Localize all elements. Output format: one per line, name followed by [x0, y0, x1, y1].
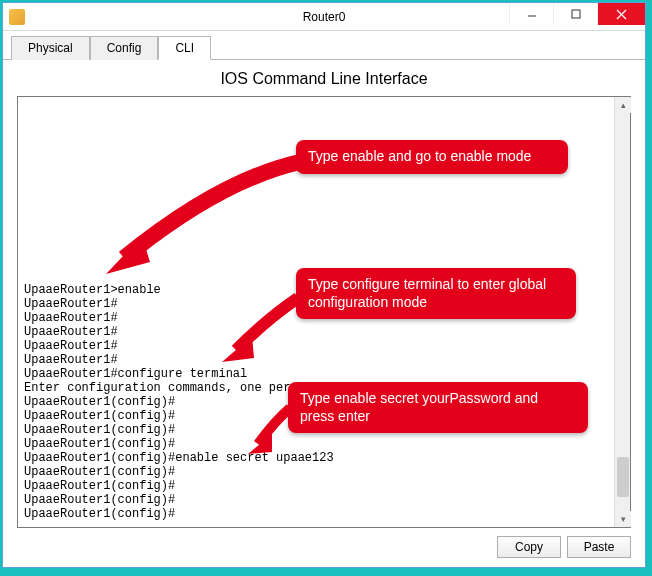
titlebar: Router0 — [3, 3, 645, 31]
callout-configure: Type configure terminal to enter global … — [296, 268, 576, 319]
svg-rect-1 — [572, 10, 580, 18]
tab-cli[interactable]: CLI — [158, 36, 211, 60]
scroll-thumb[interactable] — [617, 457, 629, 497]
close-icon — [616, 9, 627, 20]
scrollbar[interactable]: ▴ ▾ — [614, 97, 630, 527]
copy-button[interactable]: Copy — [497, 536, 561, 558]
close-button[interactable] — [597, 3, 645, 25]
callout-enable: Type enable and go to enable mode — [296, 140, 568, 174]
window-controls — [509, 3, 645, 25]
tab-physical[interactable]: Physical — [11, 36, 90, 60]
maximize-button[interactable] — [553, 3, 597, 25]
minimize-icon — [527, 9, 537, 19]
callout-secret: Type enable secret yourPassword and pres… — [288, 382, 588, 433]
tabs: Physical Config CLI — [3, 31, 645, 60]
minimize-button[interactable] — [509, 3, 553, 25]
paste-button[interactable]: Paste — [567, 536, 631, 558]
app-icon — [9, 9, 25, 25]
panel-title: IOS Command Line Interface — [3, 60, 645, 96]
scroll-up-button[interactable]: ▴ — [615, 97, 631, 113]
button-row: Copy Paste — [3, 528, 645, 558]
tab-config[interactable]: Config — [90, 36, 159, 60]
scroll-down-button[interactable]: ▾ — [615, 511, 631, 527]
maximize-icon — [571, 9, 581, 19]
